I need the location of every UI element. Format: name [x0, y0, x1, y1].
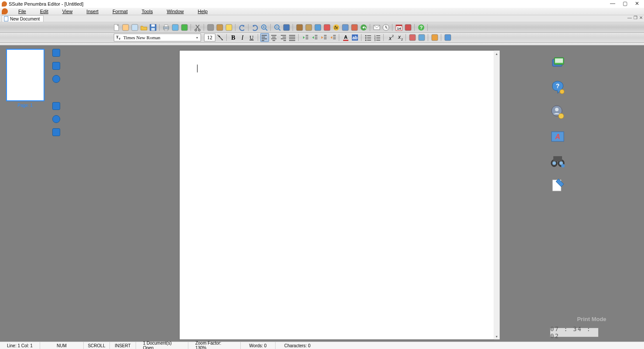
mdi-restore[interactable]: ❐ [633, 15, 637, 20]
picture-button[interactable] [323, 23, 331, 32]
copy-doc-button[interactable] [130, 23, 139, 32]
number-list-button[interactable]: 123 [373, 33, 382, 42]
minimize-button[interactable]: — [607, 0, 619, 7]
svg-text:I: I [241, 34, 244, 41]
redo-button[interactable] [251, 23, 259, 32]
svg-rect-98 [409, 34, 416, 41]
doc-tab-new-document[interactable]: New Document [2, 15, 44, 22]
menu-tools[interactable]: Tools [135, 9, 160, 14]
bullet-list-button[interactable] [364, 33, 372, 42]
menu-format[interactable]: Format [106, 9, 135, 14]
font-color-button[interactable]: A [341, 33, 350, 42]
save-button[interactable] [149, 23, 157, 32]
scroll-up-icon[interactable]: ▴ [494, 51, 500, 57]
toolbar-format: TT Times New Roman ▾ 12 +-BIU Aab123x2x2 [0, 33, 644, 43]
bg-color-button[interactable]: ab [351, 33, 359, 42]
properties-button[interactable] [408, 33, 417, 42]
chat-icon[interactable] [52, 62, 60, 70]
maximize-button[interactable]: ▢ [619, 0, 631, 7]
zoom-in-button[interactable] [260, 23, 269, 32]
print-icon[interactable] [52, 102, 60, 110]
menu-help[interactable]: Help [191, 9, 215, 14]
subscript-button[interactable]: x2 [395, 33, 404, 42]
options-button[interactable] [295, 23, 304, 32]
shapes-button[interactable] [350, 23, 359, 32]
font-size-input[interactable]: 12 [204, 34, 215, 41]
calendar-button[interactable]: 14 [395, 23, 403, 32]
copy-button[interactable] [206, 23, 215, 32]
svg-text:3: 3 [375, 39, 376, 41]
font-size-inc-button[interactable]: +- [216, 33, 225, 42]
help-button[interactable]: ? [417, 23, 426, 32]
table-button[interactable] [313, 23, 322, 32]
svg-rect-29 [324, 24, 330, 31]
status-words: Words: 0 [241, 342, 276, 349]
scroll-down-icon[interactable]: ▾ [494, 333, 500, 339]
svg-rect-10 [181, 24, 187, 31]
cut-button[interactable] [193, 23, 202, 32]
underline-button[interactable]: U [247, 33, 256, 42]
binoculars-icon[interactable] [550, 154, 566, 169]
history-icon[interactable] [52, 75, 60, 83]
menu-view[interactable]: View [55, 9, 80, 14]
note-icon[interactable] [52, 49, 60, 57]
open-button[interactable] [140, 23, 148, 32]
mdi-minimize[interactable]: — [627, 15, 632, 20]
zoom-out-button[interactable] [273, 23, 282, 32]
edit-doc-button[interactable] [121, 23, 130, 32]
outdent-block-button[interactable] [319, 33, 328, 42]
mdi-close[interactable]: ✕ [639, 15, 643, 20]
page-thumbnail-label: Page: 1 [2, 103, 48, 108]
time-button[interactable] [382, 23, 390, 32]
vertical-scrollbar[interactable]: ▴ ▾ [494, 51, 500, 339]
align-left-button[interactable] [260, 33, 269, 42]
indent-left-button[interactable] [301, 33, 310, 42]
close-button[interactable]: ✕ [631, 0, 643, 7]
help-bubble-icon[interactable]: ? [550, 80, 566, 96]
paste-button[interactable] [215, 23, 224, 32]
svg-rect-16 [217, 24, 223, 31]
print-button[interactable] [162, 23, 170, 32]
new-button[interactable] [112, 23, 121, 32]
bold-button[interactable]: B [229, 33, 238, 42]
film-icon[interactable] [52, 128, 60, 136]
print-preview-button[interactable] [171, 23, 180, 32]
svg-rect-114 [553, 156, 562, 161]
spellcheck-button[interactable] [180, 23, 189, 32]
svg-text:x: x [398, 34, 401, 40]
font-family-combo[interactable]: TT Times New Roman ▾ [114, 34, 201, 41]
menu-window[interactable]: Window [160, 9, 191, 14]
window-button[interactable] [341, 23, 350, 32]
menu-insert[interactable]: Insert [79, 9, 106, 14]
indent-right-button[interactable] [310, 33, 319, 42]
superscript-button[interactable]: x2 [386, 33, 395, 42]
text-props-button[interactable] [417, 33, 426, 42]
bookmark-icon[interactable] [550, 178, 566, 194]
fullscreen-button[interactable] [443, 33, 452, 42]
italic-button[interactable]: I [238, 33, 247, 42]
justify-button[interactable] [288, 33, 296, 42]
clipboard-button[interactable] [304, 23, 313, 32]
align-center-button[interactable] [269, 33, 278, 42]
database-button[interactable] [282, 23, 291, 32]
formula-button[interactable]: fx [332, 23, 341, 32]
indent-block-button[interactable] [328, 33, 337, 42]
undo-button[interactable] [238, 23, 246, 32]
globe-icon[interactable] [52, 115, 60, 123]
align-right-button[interactable] [279, 33, 287, 42]
monitor-stack-icon[interactable] [550, 56, 566, 72]
home-button[interactable] [430, 33, 439, 42]
menu-edit[interactable]: Edit [33, 9, 55, 14]
profile-badge-icon[interactable] [550, 105, 566, 120]
highlighter-button[interactable] [225, 23, 233, 32]
svg-rect-33 [351, 24, 358, 31]
wordart-icon[interactable]: A [550, 129, 566, 145]
svg-rect-100 [432, 34, 438, 41]
svg-rect-101 [445, 34, 451, 41]
mail-button[interactable] [372, 23, 381, 32]
present-button[interactable] [404, 23, 412, 32]
reply-button[interactable] [359, 23, 368, 32]
document-page[interactable] [180, 51, 494, 339]
menu-file[interactable]: File [11, 9, 33, 14]
page-thumbnail[interactable] [6, 49, 44, 101]
